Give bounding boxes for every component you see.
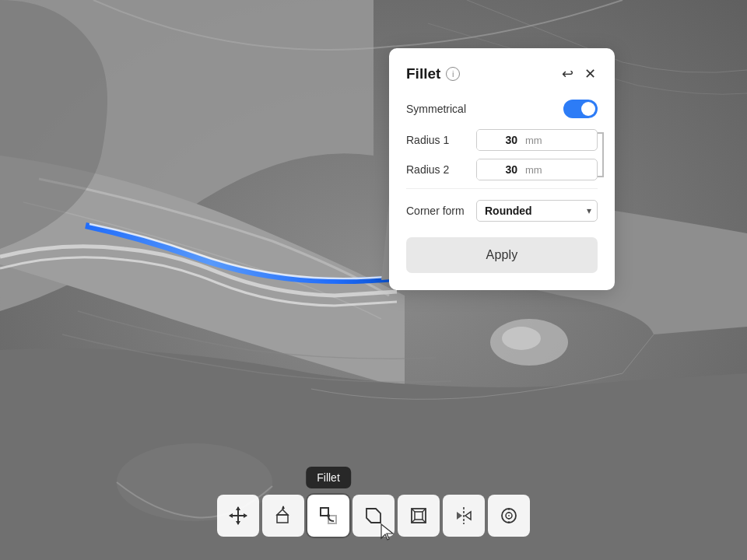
- panel-actions: ↩ ✕: [560, 64, 598, 84]
- radius2-input-group: mm: [476, 159, 598, 180]
- fillet-tool-button[interactable]: [307, 495, 349, 537]
- toolbar: Fillet: [217, 495, 530, 537]
- svg-marker-17: [366, 509, 381, 523]
- corner-form-row: Corner form Rounded Chamfer Smooth: [406, 200, 598, 222]
- toolbar-item-move: [217, 495, 259, 537]
- move-tool-button[interactable]: [217, 495, 259, 537]
- revolve-tool-button[interactable]: [488, 495, 530, 537]
- corner-form-select[interactable]: Rounded Chamfer Smooth: [476, 200, 598, 222]
- link-bracket: [598, 132, 604, 177]
- toolbar-item-mirror: [443, 495, 485, 537]
- toolbar-item-shell: [398, 495, 440, 537]
- radius1-input[interactable]: [477, 130, 524, 150]
- radius2-input[interactable]: [477, 159, 524, 180]
- radius1-input-group: mm: [476, 129, 598, 151]
- shell-icon: [409, 506, 429, 526]
- svg-rect-10: [277, 515, 288, 523]
- fillet-icon: [318, 506, 338, 526]
- panel-title: Fillet: [406, 65, 440, 82]
- svg-marker-25: [457, 512, 462, 520]
- radius2-unit: mm: [524, 160, 549, 180]
- extrude-icon: [273, 506, 293, 526]
- radius2-label: Radius 2: [406, 163, 476, 176]
- radius2-row: Radius 2 mm: [406, 159, 598, 180]
- svg-marker-26: [465, 512, 471, 520]
- radii-section: Radius 1 mm Radius 2 mm: [406, 129, 598, 180]
- viewport[interactable]: [0, 0, 747, 560]
- svg-marker-13: [282, 506, 285, 509]
- radius1-label: Radius 1: [406, 134, 476, 146]
- fillet-panel: Fillet i ↩ ✕ Symmetrical Radius 1: [389, 48, 615, 290]
- panel-title-group: Fillet i: [406, 65, 460, 82]
- svg-marker-8: [229, 513, 233, 518]
- corner-form-wrapper: Rounded Chamfer Smooth: [476, 200, 598, 222]
- symmetrical-label: Symmetrical: [406, 103, 466, 115]
- svg-rect-14: [321, 508, 328, 516]
- svg-marker-11: [277, 509, 288, 515]
- symmetrical-row: Symmetrical: [406, 100, 598, 118]
- chamfer-icon: [363, 506, 384, 526]
- svg-marker-7: [236, 521, 240, 525]
- svg-point-16: [327, 514, 330, 517]
- apply-button[interactable]: Apply: [406, 237, 598, 273]
- move-icon: [228, 506, 248, 526]
- section-divider: [406, 188, 598, 189]
- close-button[interactable]: ✕: [583, 64, 598, 84]
- panel-header: Fillet i ↩ ✕: [406, 64, 598, 84]
- toggle-slider: [563, 100, 598, 118]
- svg-point-2: [502, 327, 541, 350]
- undo-button[interactable]: ↩: [560, 64, 575, 84]
- extrude-tool-button[interactable]: [262, 495, 304, 537]
- info-icon[interactable]: i: [446, 67, 460, 81]
- svg-marker-6: [236, 506, 240, 510]
- svg-rect-19: [415, 512, 423, 520]
- symmetrical-toggle[interactable]: [563, 100, 598, 118]
- svg-marker-9: [244, 513, 247, 518]
- toolbar-item-revolve: [488, 495, 530, 537]
- chamfer-tool-button[interactable]: [352, 495, 395, 537]
- mirror-icon: [454, 506, 474, 526]
- radius1-row: Radius 1 mm: [406, 129, 598, 151]
- shell-tool-button[interactable]: [398, 495, 440, 537]
- mirror-tool-button[interactable]: [443, 495, 485, 537]
- toolbar-item-fillet: Fillet: [307, 495, 349, 537]
- revolve-icon: [499, 506, 519, 526]
- radius1-unit: mm: [524, 131, 549, 150]
- toolbar-item-extrude: [262, 495, 304, 537]
- corner-form-label: Corner form: [406, 205, 476, 217]
- toolbar-item-chamfer: [352, 495, 395, 537]
